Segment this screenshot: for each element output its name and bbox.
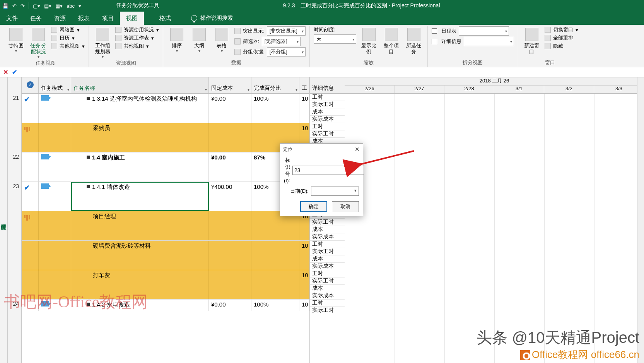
table-row[interactable]: 采购员10 (22, 123, 309, 152)
cell-indicators[interactable]: ✔ (22, 94, 39, 123)
selected-tasks-button[interactable]: 所选任务 (404, 26, 424, 55)
tab-view[interactable]: 视图 (120, 12, 144, 25)
undo-icon[interactable]: ↶ (12, 3, 17, 9)
resource-usage-button[interactable]: 资源使用状况 ▾ (115, 26, 159, 33)
row-header[interactable]: 21 (8, 94, 21, 123)
new-window-button[interactable]: 新建窗口 (522, 26, 542, 55)
details-combo[interactable] (464, 37, 514, 46)
col-percent-complete[interactable]: 完成百分比 (251, 77, 299, 93)
cell-fixed-cost[interactable] (209, 270, 251, 299)
cell-task-name[interactable]: 1.4.1 墙体改造 (71, 182, 209, 211)
cell-task-name[interactable]: 1.3.14 选择室内气体检测及治理机构机构 (71, 94, 209, 123)
timescale-combo[interactable]: 天 (314, 34, 356, 44)
switch-window-button[interactable]: 切换窗口 ▾ (545, 26, 578, 33)
tell-me[interactable]: 操作说明搜索 (191, 12, 233, 25)
zoom-button[interactable]: 显示比例 (359, 26, 379, 55)
tables-button[interactable]: 表格 (212, 26, 231, 53)
save-icon[interactable]: 💾 (2, 3, 9, 9)
cell-task-mode[interactable] (39, 270, 71, 299)
cell-task-mode[interactable] (39, 94, 71, 123)
tab-project[interactable]: 项目 (96, 12, 120, 25)
col-task-mode[interactable]: 任务模式 (39, 77, 71, 93)
cancel-button[interactable]: 取消 (332, 201, 359, 212)
cell-indicators[interactable] (22, 152, 39, 182)
qat-more-icon[interactable]: ▢▾ (33, 3, 40, 9)
gantt-button[interactable]: 甘特图 (6, 26, 26, 53)
tab-task[interactable]: 任务 (24, 12, 48, 25)
cell-task-mode[interactable] (39, 211, 71, 240)
cell-work[interactable]: 10 (299, 94, 309, 123)
cancel-icon[interactable]: ✕ (3, 68, 8, 76)
cell-fixed-cost[interactable]: ¥0.00 (209, 152, 251, 182)
view-bar[interactable]: 任务分配状况 (0, 77, 8, 363)
hide-button[interactable]: 隐藏 (545, 43, 578, 50)
cell-task-mode[interactable] (39, 123, 71, 152)
tab-report[interactable]: 报表 (72, 12, 96, 25)
details-checkbox[interactable]: 详细信息 (432, 37, 514, 46)
cell-percent-complete[interactable] (251, 270, 299, 299)
row-header[interactable]: 22 (8, 152, 21, 182)
cell-task-name[interactable]: 1.4.2 水电改造 (71, 300, 209, 311)
cell-indicators[interactable] (22, 300, 39, 311)
row-header[interactable] (8, 241, 21, 270)
cell-work[interactable]: 10 (299, 270, 309, 299)
timeline-combo[interactable] (459, 26, 509, 36)
cell-task-mode[interactable] (39, 152, 71, 182)
table-row[interactable]: ✔1.3.14 选择室内气体检测及治理机构机构¥0.00100%10 (22, 94, 309, 123)
cell-percent-complete[interactable] (251, 241, 299, 270)
other-views-button[interactable]: 其他视图 ▾ (51, 43, 85, 50)
cell-task-name[interactable]: 打车费 (71, 270, 209, 299)
qat-dropdown-icon[interactable]: ▾ (79, 3, 81, 9)
vertical-scrollbar[interactable] (637, 77, 644, 363)
row-header[interactable] (8, 270, 21, 300)
table-row[interactable]: 项目经理10 (22, 211, 309, 241)
tab-format[interactable]: 格式 (153, 12, 177, 25)
group-combo[interactable]: [不分组] (267, 47, 306, 57)
filter-combo[interactable]: [无筛选器] (262, 37, 301, 46)
tab-file[interactable]: 文件 (0, 12, 24, 25)
cell-task-mode[interactable] (39, 182, 71, 211)
col-task-name[interactable]: 任务名称 (71, 77, 209, 93)
close-icon[interactable]: ✕ (355, 146, 360, 153)
cell-work[interactable]: 10 (299, 300, 309, 311)
redo-icon[interactable]: ↷ (20, 3, 25, 9)
outline-button[interactable]: 大纲 (190, 26, 209, 53)
cell-indicators[interactable]: ✔ (22, 182, 39, 211)
ok-button[interactable]: 确定 (300, 201, 327, 212)
accept-icon[interactable]: ✔ (12, 68, 17, 76)
highlight-combo[interactable]: [非突出显示] (267, 26, 306, 36)
team-planner-button[interactable]: 工作组 规划器 (93, 26, 112, 59)
cell-task-name[interactable]: 采购员 (71, 123, 209, 152)
calendar-button[interactable]: 日历 ▾ (51, 34, 85, 41)
cell-task-name[interactable]: 项目经理 (71, 211, 209, 240)
col-indicators[interactable]: i (22, 77, 39, 93)
cell-percent-complete[interactable]: 100% (251, 300, 299, 311)
cell-fixed-cost[interactable] (209, 211, 251, 240)
timescale-grid[interactable] (345, 94, 644, 363)
dialog-titlebar[interactable]: 定位 ✕ (280, 144, 363, 155)
task-usage-button[interactable]: 任务 分配状况 (29, 26, 48, 59)
cell-indicators[interactable] (22, 123, 39, 152)
row-header[interactable] (8, 123, 21, 152)
table-row[interactable]: 1.4.2 水电改造¥0.00100%10 (22, 300, 309, 311)
cell-task-mode[interactable] (39, 300, 71, 311)
date-combo[interactable] (311, 187, 359, 196)
cell-indicators[interactable] (22, 270, 39, 299)
qat-strike-icon[interactable]: abc (67, 3, 75, 9)
cell-indicators[interactable] (22, 211, 39, 240)
cell-percent-complete[interactable]: 100% (251, 94, 299, 123)
row-header[interactable] (8, 211, 21, 241)
sort-button[interactable]: 排序 (167, 26, 186, 53)
row-header[interactable]: 24 (8, 300, 21, 311)
timeline-checkbox[interactable]: 日程表 (432, 26, 514, 36)
qat-more-icon[interactable]: ▦▾ (55, 3, 63, 9)
tab-resource[interactable]: 资源 (48, 12, 72, 25)
table-row[interactable]: ✔1.4.1 墙体改造¥400.00100% (22, 182, 309, 211)
cell-fixed-cost[interactable] (209, 241, 251, 270)
table-row[interactable]: 打车费10 (22, 270, 309, 300)
table-row[interactable]: 砌墙费含泥砂砖等材料10 (22, 241, 309, 270)
resource-sheet-button[interactable]: 资源工作表 ▾ (115, 34, 159, 41)
cell-task-name[interactable]: 1.4 室内施工 (71, 152, 209, 182)
cell-fixed-cost[interactable] (209, 123, 251, 152)
cell-task-name[interactable]: 砌墙费含泥砂砖等材料 (71, 241, 209, 270)
